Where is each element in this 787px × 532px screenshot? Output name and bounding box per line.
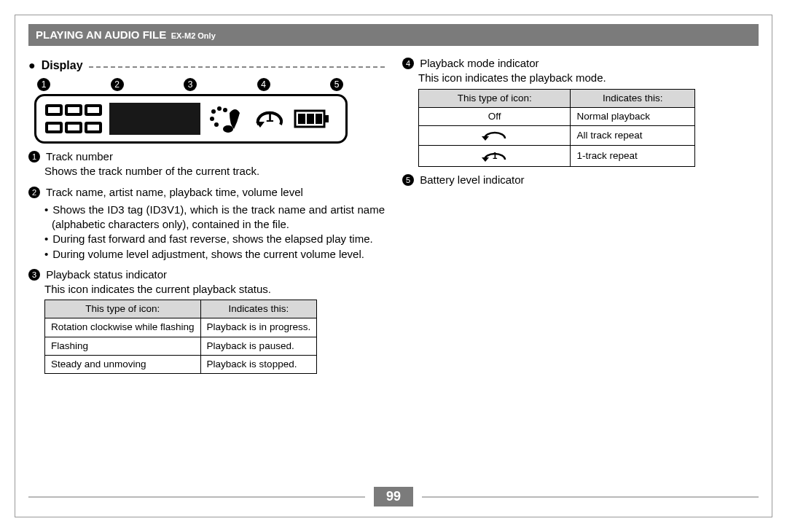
item-2: 2 Track name, artist name, playback time… xyxy=(28,185,385,262)
callout-1: 1 xyxy=(37,78,50,91)
item-4-title: Playback mode indicator xyxy=(420,57,539,69)
left-column: ● Display 1 2 3 4 5 xyxy=(28,53,385,380)
svg-point-3 xyxy=(210,117,214,121)
svg-point-2 xyxy=(223,108,227,112)
th: Indicates this: xyxy=(200,300,317,318)
dashed-rule xyxy=(89,66,385,68)
td: Flashing xyxy=(45,337,201,355)
svg-text:1: 1 xyxy=(492,151,497,161)
svg-point-5 xyxy=(223,125,233,133)
item-1-title: Track number xyxy=(46,150,113,163)
item-2-bullets: Shows the ID3 tag (ID3V1), which is the … xyxy=(44,203,385,262)
td: Playback is stopped. xyxy=(200,355,317,373)
td: Rotation clockwise while flashing xyxy=(45,318,201,337)
td: 1-track repeat xyxy=(571,145,695,166)
page-number: 99 xyxy=(374,487,413,506)
callout-4: 4 xyxy=(257,78,270,91)
item-1: 1 Track number Shows the track number of… xyxy=(28,149,385,179)
repeat-one-icon: 1 xyxy=(419,145,571,166)
td: All track repeat xyxy=(571,125,695,145)
bullet: Shows the ID3 tag (ID3V1), which is the … xyxy=(44,203,385,232)
dot-matrix-icon xyxy=(109,103,200,135)
num-badge-5: 5 xyxy=(402,174,414,186)
display-heading: Display xyxy=(42,59,83,72)
num-badge-3: 3 xyxy=(28,269,40,281)
bullet: During fast forward and fast reverse, sh… xyxy=(44,232,385,246)
display-heading-row: ● Display xyxy=(28,59,385,72)
svg-point-1 xyxy=(217,106,222,111)
th: This type of icon: xyxy=(45,300,201,318)
lcd-illustration: 1 xyxy=(34,94,348,144)
header-title: PLAYING AN AUDIO FILE xyxy=(36,28,166,41)
item-2-title: Track name, artist name, playback time, … xyxy=(46,186,303,198)
item-1-desc: Shows the track number of the current tr… xyxy=(44,164,385,179)
playback-mode-table: This type of icon: Indicates this: Off N… xyxy=(418,89,695,167)
footer-rule-right xyxy=(422,496,759,498)
svg-rect-11 xyxy=(316,114,322,124)
playback-status-table: This type of icon: Indicates this: Rotat… xyxy=(44,300,317,374)
th: This type of icon: xyxy=(419,89,571,107)
svg-rect-10 xyxy=(307,114,314,124)
callout-5: 5 xyxy=(330,78,343,91)
battery-icon xyxy=(294,106,330,131)
playback-status-icon xyxy=(208,104,246,133)
bullet: During volume level adjustment, shows th… xyxy=(44,247,385,262)
right-column: 4 Playback mode indicator This icon indi… xyxy=(402,53,759,380)
callout-3: 3 xyxy=(184,78,197,91)
manual-page: PLAYING AN AUDIO FILE EX-M2 Only ● Displ… xyxy=(15,15,772,517)
callout-2: 2 xyxy=(111,78,124,91)
footer-rule-left xyxy=(28,496,365,498)
svg-point-4 xyxy=(214,122,219,127)
num-badge-1: 1 xyxy=(28,151,40,163)
repeat-mode-icon: 1 xyxy=(253,104,286,133)
repeat-all-icon xyxy=(419,125,571,145)
num-badge-2: 2 xyxy=(28,187,40,198)
item-4: 4 Playback mode indicator This icon indi… xyxy=(402,56,759,167)
item-3-title: Playback status indicator xyxy=(46,268,167,281)
td: Steady and unmoving xyxy=(45,355,201,373)
item-3: 3 Playback status indicator This icon in… xyxy=(28,267,385,374)
num-badge-4: 4 xyxy=(402,58,414,69)
td: Playback is in progress. xyxy=(200,318,317,337)
callout-row: 1 2 3 4 5 xyxy=(37,78,343,91)
svg-text:1: 1 xyxy=(265,109,273,125)
td: Normal playback xyxy=(571,107,695,125)
item-5: 5 Battery level indicator xyxy=(402,173,759,187)
page-footer: 99 xyxy=(15,487,772,506)
header-subtitle: EX-M2 Only xyxy=(171,31,216,40)
section-header: PLAYING AN AUDIO FILE EX-M2 Only xyxy=(28,24,759,46)
bullet-icon: ● xyxy=(28,60,36,71)
svg-rect-8 xyxy=(324,115,329,122)
th: Indicates this: xyxy=(571,89,695,107)
track-number-segment-icon xyxy=(45,104,102,133)
td-icon-off: Off xyxy=(419,107,571,125)
svg-rect-9 xyxy=(298,114,305,124)
item-5-title: Battery level indicator xyxy=(420,173,524,186)
svg-point-0 xyxy=(211,109,216,114)
item-3-desc: This icon indicates the current playback… xyxy=(44,282,385,297)
item-4-desc: This icon indicates the playback mode. xyxy=(418,71,759,85)
td: Playback is paused. xyxy=(200,337,317,355)
